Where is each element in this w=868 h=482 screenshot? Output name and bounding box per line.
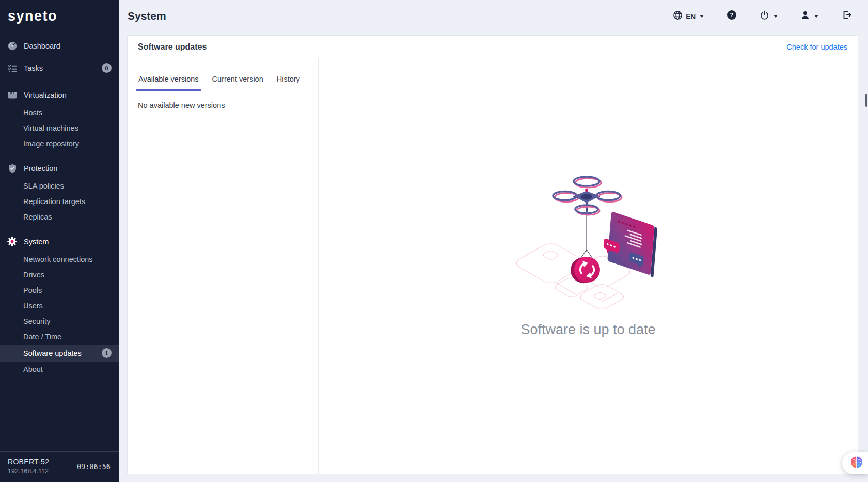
- sidebar-item-sla-policies[interactable]: SLA policies: [0, 178, 119, 194]
- sidebar-item-users[interactable]: Users: [0, 298, 119, 314]
- sidebar-item-software-updates[interactable]: Software updates 1: [0, 345, 119, 362]
- page-title: System: [128, 10, 166, 22]
- sidebar-item-virtual-machines[interactable]: Virtual machines: [0, 120, 119, 136]
- syneto-logo: syneto: [0, 0, 119, 32]
- sidebar: syneto Dashboard Tasks 0 Virtualization …: [0, 0, 119, 482]
- sidebar-nav: Dashboard Tasks 0 Virtualization Hosts V…: [0, 32, 119, 451]
- svg-text:?: ?: [730, 12, 733, 18]
- sidebar-item-security[interactable]: Security: [0, 314, 119, 329]
- chevron-down-icon: [700, 15, 704, 18]
- sidebar-item-label: Protection: [24, 164, 57, 173]
- sidebar-item-image-repository[interactable]: Image repository: [0, 136, 119, 151]
- top-bar: System EN ?: [119, 0, 868, 32]
- help-icon: ?: [727, 10, 737, 22]
- sidebar-item-label: Dashboard: [24, 42, 60, 50]
- tab-history[interactable]: History: [274, 67, 303, 91]
- sidebar-item-tasks[interactable]: Tasks 0: [0, 58, 119, 78]
- check-for-updates-link[interactable]: Check for updates: [786, 43, 847, 51]
- sidebar-item-system[interactable]: System: [0, 231, 119, 252]
- sidebar-footer: ROBERT-52 192.168.4.112 09:06:56: [0, 451, 119, 482]
- host-ip: 192.168.4.112: [8, 468, 49, 475]
- tasks-icon: [7, 63, 18, 73]
- globe-icon: [673, 10, 683, 22]
- tab-available-versions[interactable]: Available versions: [136, 67, 201, 91]
- tasks-count-badge: 0: [102, 63, 112, 73]
- sidebar-item-network-connections[interactable]: Network connections: [0, 252, 119, 267]
- update-status-panel: Software is up to date: [319, 91, 858, 474]
- sidebar-item-label: Virtualization: [24, 91, 67, 99]
- chevron-down-icon: [774, 15, 778, 18]
- logout-icon: [841, 10, 851, 22]
- versions-list-panel: No available new versions: [128, 91, 319, 474]
- gauge-icon: [7, 40, 18, 51]
- updates-count-badge: 1: [102, 348, 112, 358]
- card-title: Software updates: [138, 42, 207, 52]
- tab-current-version[interactable]: Current version: [210, 67, 266, 91]
- sidebar-item-replication-targets[interactable]: Replication targets: [0, 194, 119, 209]
- card-header: Software updates Check for updates: [128, 36, 858, 58]
- scrollbar-thumb[interactable]: [865, 94, 867, 107]
- tab-bar: Available versions Current version Histo…: [128, 58, 319, 91]
- user-menu[interactable]: [800, 10, 818, 22]
- virtualization-icon: [7, 89, 18, 100]
- header-actions: EN ?: [673, 10, 851, 22]
- sidebar-item-replicas[interactable]: Replicas: [0, 209, 119, 225]
- user-icon: [800, 10, 810, 22]
- power-icon: [760, 10, 769, 22]
- help-button[interactable]: ?: [727, 10, 737, 22]
- system-clock: 09:06:56: [77, 462, 111, 471]
- assistant-button[interactable]: [842, 452, 868, 474]
- sidebar-item-virtualization[interactable]: Virtualization: [0, 85, 119, 105]
- sidebar-item-dashboard[interactable]: Dashboard: [0, 36, 119, 56]
- sidebar-item-label: Tasks: [24, 64, 43, 72]
- main-content: System EN ?: [119, 0, 868, 482]
- language-label: EN: [686, 12, 696, 20]
- chevron-down-icon: [814, 15, 818, 18]
- card-body: Available versions Current version Histo…: [128, 58, 858, 474]
- up-to-date-message: Software is up to date: [520, 322, 655, 338]
- software-updates-card: Software updates Check for updates Avail…: [127, 35, 858, 474]
- language-selector[interactable]: EN: [673, 10, 704, 22]
- sidebar-item-label: System: [24, 238, 49, 246]
- shield-check-icon: [7, 163, 18, 174]
- power-menu[interactable]: [760, 10, 778, 22]
- sidebar-item-hosts[interactable]: Hosts: [0, 105, 119, 120]
- brain-icon: [849, 455, 864, 471]
- sidebar-item-pools[interactable]: Pools: [0, 283, 119, 298]
- sidebar-item-about[interactable]: About: [0, 362, 119, 377]
- sidebar-item-drives[interactable]: Drives: [0, 267, 119, 283]
- sidebar-item-date-time[interactable]: Date / Time: [0, 329, 119, 345]
- hostname: ROBERT-52: [8, 458, 49, 466]
- drone-update-illustration: [508, 164, 668, 314]
- logout-button[interactable]: [841, 10, 851, 22]
- gear-icon: [7, 236, 18, 247]
- sidebar-item-protection[interactable]: Protection: [0, 158, 119, 178]
- no-versions-message: No available new versions: [138, 101, 225, 110]
- tab-bar-spacer: [319, 58, 858, 91]
